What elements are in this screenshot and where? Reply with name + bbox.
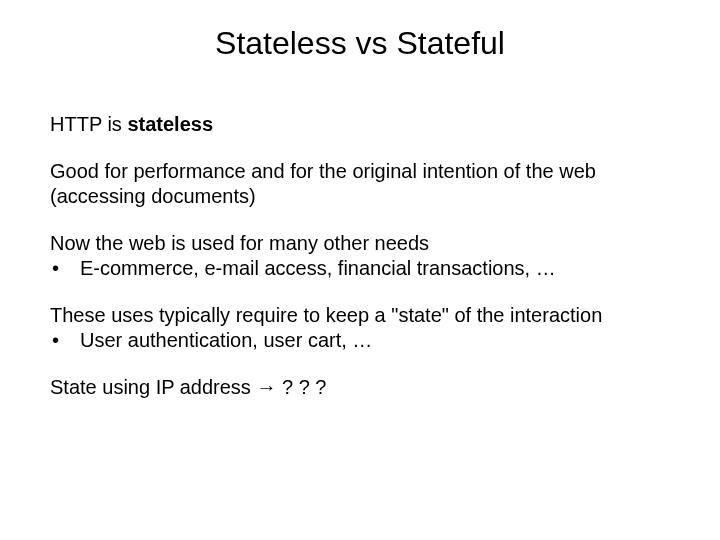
paragraph-good-performance: Good for performance and for the origina… [50, 159, 670, 209]
bullet-ecommerce: • E-commerce, e-mail access, financial t… [50, 256, 670, 281]
bullet-text-user-auth: User authentication, user cart, … [80, 328, 670, 353]
text-http-is: HTTP is [50, 113, 127, 135]
bullet-text-ecommerce: E-commerce, e-mail access, financial tra… [80, 256, 670, 281]
paragraph-require-state: These uses typically require to keep a "… [50, 303, 670, 353]
text-stateless-bold: stateless [127, 113, 213, 135]
bullet-dot-icon: • [50, 256, 80, 281]
text-now-web-used: Now the web is used for many other needs [50, 231, 670, 256]
slide-title: Stateless vs Stateful [50, 25, 670, 62]
slide-body: HTTP is stateless Good for performance a… [50, 112, 670, 400]
paragraph-http-stateless: HTTP is stateless [50, 112, 670, 137]
bullet-dot-icon: • [50, 328, 80, 353]
paragraph-other-needs: Now the web is used for many other needs… [50, 231, 670, 281]
bullet-user-auth: • User authentication, user cart, … [50, 328, 670, 353]
text-require-state: These uses typically require to keep a "… [50, 303, 670, 328]
paragraph-state-ip: State using IP address → ? ? ? [50, 375, 670, 400]
